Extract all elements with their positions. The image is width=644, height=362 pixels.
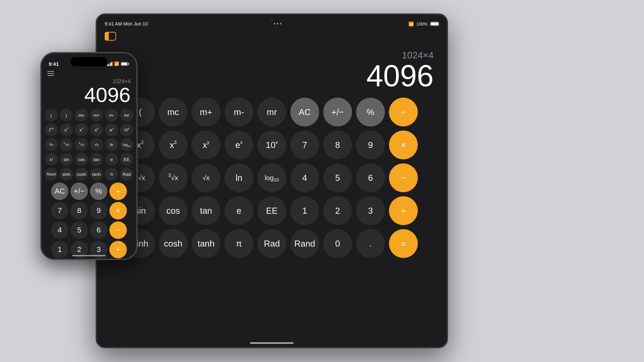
iphone-btn-xfact[interactable]: x! [45, 153, 58, 166]
ipad-camera [270, 18, 273, 20]
iphone-btn-mc[interactable]: mc [75, 109, 88, 121]
iphone-btn-pi[interactable]: π [105, 168, 118, 180]
iphone-btn-1x[interactable]: ¹/x [45, 138, 58, 151]
ipad-btn-decimal[interactable]: . [356, 229, 385, 258]
ipad-btn-8[interactable]: 8 [323, 131, 352, 159]
iphone-btn-2nd[interactable]: 2nd [45, 123, 58, 136]
ipad-btn-mr[interactable]: mr [257, 98, 286, 126]
iphone-btn-add[interactable]: + [109, 241, 127, 258]
iphone-btn-xy[interactable]: xy [90, 123, 103, 136]
iphone-status-icons: 📶 [107, 61, 130, 66]
ipad-keypad: ( mc m+ m- mr AC +/− % ÷ x2 x3 xy ex 10x… [97, 94, 447, 265]
iphone-btn-x2[interactable]: x2 [60, 123, 73, 136]
iphone-btn-9[interactable]: 9 [90, 202, 107, 219]
ipad-btn-2[interactable]: 2 [323, 196, 352, 225]
iphone-btn-3sqrtx[interactable]: 3√x [75, 138, 88, 151]
ipad-btn-divide[interactable]: ÷ [389, 98, 418, 126]
ipad-status-bar: 9:41 AM Mon Jun 10 ••• 📶 100% [97, 14, 447, 29]
iphone-btn-cos[interactable]: cos [75, 153, 88, 166]
ipad-btn-1[interactable]: 1 [290, 196, 319, 225]
ipad-btn-mc[interactable]: mc [159, 98, 188, 126]
iphone-btn-subtract[interactable]: − [109, 221, 127, 239]
ipad-btn-ln[interactable]: ln [225, 163, 253, 192]
ipad-btn-e[interactable]: e [225, 196, 253, 225]
ipad-btn-plus-minus[interactable]: +/− [323, 98, 352, 126]
ipad-btn-cosh[interactable]: cosh [159, 229, 188, 258]
iphone-btn-tan[interactable]: tan [90, 153, 103, 166]
iphone-btn-mr[interactable]: mr [120, 109, 133, 121]
ipad-btn-3[interactable]: 3 [356, 196, 385, 225]
ipad-btn-10x[interactable]: 10x [257, 131, 286, 159]
iphone-main-row-3: 4 5 6 − [45, 221, 133, 239]
iphone-btn-6[interactable]: 6 [90, 221, 107, 239]
ipad-btn-pi[interactable]: π [225, 229, 253, 258]
ipad-btn-log10[interactable]: log10 [257, 163, 286, 192]
ipad-btn-9[interactable]: 9 [356, 131, 385, 159]
ipad-btn-multiply[interactable]: × [389, 131, 418, 159]
ipad-btn-cos[interactable]: cos [159, 196, 188, 225]
ipad-btn-subtract[interactable]: − [389, 163, 418, 192]
iphone-btn-close-paren[interactable]: ) [60, 109, 73, 121]
iphone-btn-ac[interactable]: AC [51, 183, 68, 200]
iphone-btn-ln[interactable]: ln [105, 138, 118, 151]
iphone-btn-log10[interactable]: log10 [120, 138, 133, 151]
iphone-btn-cosh[interactable]: cosh [75, 168, 88, 180]
ipad-btn-tan[interactable]: tan [192, 196, 220, 225]
iphone-btn-10x[interactable]: 10x [120, 123, 133, 136]
ipad-device: 9:41 AM Mon Jun 10 ••• 📶 100% 1024×4 409… [96, 13, 448, 348]
iphone-btn-8[interactable]: 8 [70, 202, 88, 219]
iphone-btn-2sqrtx[interactable]: 2√x [60, 138, 73, 151]
ipad-btn-6[interactable]: 6 [356, 163, 385, 192]
ipad-btn-tanh[interactable]: tanh [192, 229, 220, 258]
ipad-btn-mminus[interactable]: m- [225, 98, 253, 126]
ipad-btn-ee[interactable]: EE [257, 196, 286, 225]
iphone-btn-x3[interactable]: x3 [75, 123, 88, 136]
ipad-btn-rad[interactable]: Rad [257, 229, 286, 258]
ipad-btn-percent[interactable]: % [356, 98, 385, 126]
sidebar-toggle-button[interactable] [105, 32, 116, 41]
iphone-btn-multiply[interactable]: × [109, 202, 127, 219]
ipad-btn-7[interactable]: 7 [290, 131, 319, 159]
iphone-btn-mplus[interactable]: m+ [90, 109, 103, 121]
ipad-row-5: sinh cosh tanh π Rad Rand 0 . = [103, 229, 440, 258]
iphone-sci-keypad: ( ) mc m+ m- mr 2nd x2 x3 xy ex 10x ¹/x … [41, 107, 137, 260]
ipad-btn-sqrtx[interactable]: √x [192, 163, 220, 192]
ipad-btn-rand[interactable]: Rand [290, 229, 319, 258]
history-menu-button[interactable] [47, 71, 131, 76]
hamburger-line-2 [47, 73, 54, 74]
iphone-btn-percent[interactable]: % [90, 183, 107, 200]
iphone-btn-open-paren[interactable]: ( [45, 109, 58, 121]
ipad-btn-3sqrtx[interactable]: 3√x [159, 163, 188, 192]
iphone-btn-7[interactable]: 7 [51, 202, 68, 219]
signal-bar-1 [107, 65, 108, 66]
iphone-btn-sqrtx[interactable]: √x [90, 138, 103, 151]
ipad-btn-ex[interactable]: ex [225, 131, 253, 159]
iphone-btn-divide[interactable]: ÷ [109, 183, 127, 200]
iphone-btn-4[interactable]: 4 [51, 221, 68, 239]
iphone-btn-tanh[interactable]: tanh [90, 168, 103, 180]
iphone-btn-1[interactable]: 1 [51, 241, 68, 258]
ipad-btn-mplus[interactable]: m+ [192, 98, 220, 126]
ipad-btn-equals[interactable]: = [389, 229, 418, 258]
ipad-btn-add[interactable]: + [389, 196, 418, 225]
ipad-row-1: ( mc m+ m- mr AC +/− % ÷ [103, 98, 440, 126]
iphone-btn-5[interactable]: 5 [70, 221, 88, 239]
iphone-btn-ex[interactable]: ex [105, 123, 118, 136]
iphone-btn-sin[interactable]: sin [60, 153, 73, 166]
ipad-btn-0[interactable]: 0 [323, 229, 352, 258]
ipad-btn-5[interactable]: 5 [323, 163, 352, 192]
ipad-btn-x3[interactable]: x3 [159, 131, 188, 159]
iphone-btn-sinh[interactable]: sinh [60, 168, 73, 180]
ipad-btn-4[interactable]: 4 [290, 163, 319, 192]
iphone-btn-ee[interactable]: EE [120, 153, 133, 166]
iphone-btn-e[interactable]: e [105, 153, 118, 166]
iphone-sci-row-4: x! sin cos tan e EE [45, 153, 133, 166]
ipad-btn-xy[interactable]: xy [192, 131, 220, 159]
ipad-row-4: sin cos tan e EE 1 2 3 + [103, 196, 440, 225]
ipad-btn-ac[interactable]: AC [290, 98, 319, 126]
iphone-btn-rad[interactable]: Rad [120, 168, 133, 180]
iphone-btn-rand[interactable]: Rand [45, 168, 58, 180]
signal-bar-4 [111, 62, 112, 66]
iphone-btn-plus-minus[interactable]: +/− [70, 183, 88, 200]
iphone-btn-mminus[interactable]: m- [105, 109, 118, 121]
